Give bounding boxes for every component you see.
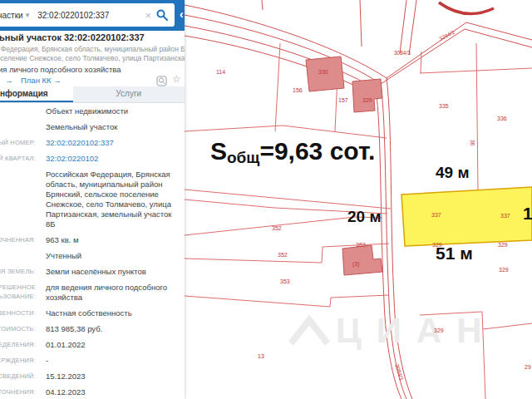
info-label: Дата определения: (0, 340, 36, 350)
info-value: 813 985,38 руб. (36, 324, 175, 334)
info-row: Объект недвижимости (0, 106, 185, 116)
search-input[interactable]: 32:02:0220102:337 (37, 11, 145, 20)
info-row: Дата изменения сведений:15.12.2023 (0, 372, 185, 382)
info-value: Учтенный (36, 251, 175, 261)
info-value: 04.12.2023 (36, 387, 175, 397)
zoom-to-object-icon[interactable] (156, 76, 168, 86)
info-value: Российская Федерация, Брянская область, … (36, 170, 175, 229)
info-row: Земельный участок (0, 122, 185, 132)
info-label (0, 170, 36, 229)
info-row: Кадастровый номер:32:02:0220102:337 (0, 138, 185, 148)
info-value: Объект недвижимости (36, 106, 175, 116)
info-row: Разрешенное использование:для ведения ли… (0, 283, 185, 303)
info-value: - (36, 356, 175, 366)
info-row: Дата определения:01.01.2022 (0, 340, 185, 350)
search-box[interactable]: Участки ▾ 32:02:0220102:337 × (0, 3, 175, 27)
summary-line: сельское поселение Снежское, село Толмач… (0, 54, 185, 63)
parcel-title: Земельный участок 32:02:0220102:337 (0, 32, 185, 42)
info-value: 963 кв. м (36, 235, 175, 245)
info-label: Дата уточнения: (0, 387, 36, 397)
info-row: Российская Федерация, Брянская область, … (0, 170, 185, 229)
prev-link-arrow[interactable]: → (5, 76, 13, 85)
info-value-link[interactable]: 32:02:0220102:337 (36, 138, 175, 148)
info-label (0, 122, 36, 132)
cadastral-map[interactable]: ЦИАН (185, 0, 532, 399)
buildings (306, 57, 382, 275)
info-label: Кадастровый квартал: (0, 154, 36, 164)
watermark-logo: ЦИАН (291, 311, 497, 350)
info-label: Категория земель: (0, 267, 36, 277)
search-header: Участки ▾ 32:02:0220102:337 × ‹ (0, 0, 185, 31)
watermark-text: ЦИАН (336, 311, 497, 350)
collapse-panel-icon[interactable]: ‹ (180, 8, 184, 20)
info-row: Дата утверждения:- (0, 356, 185, 366)
info-label: Кадастровая стоимость: (0, 324, 36, 334)
watermark-house-icon (291, 320, 328, 343)
info-label: Кадастровый номер: (0, 138, 36, 148)
info-value: Земли населённых пунктов (36, 267, 175, 277)
info-panel: Участки ▾ 32:02:0220102:337 × ‹ Земельны… (0, 0, 185, 399)
chevron-down-icon[interactable]: ▾ (26, 11, 30, 19)
info-rows: Объект недвижимостиЗемельный участокКада… (0, 106, 185, 399)
favorite-star-icon[interactable]: ☆ (172, 73, 181, 85)
info-row: Кадастровый квартал:32:02:0220102 (0, 154, 185, 164)
info-label: Площадь уточненная: (0, 235, 36, 245)
search-icon[interactable] (156, 9, 168, 21)
info-value: 15.12.2023 (36, 372, 175, 382)
tab-information[interactable]: Информация (0, 86, 73, 102)
summary-line: Российская Федерация, Брянская область, … (0, 45, 185, 54)
links-row: → План КК → ☆ (0, 76, 185, 87)
info-row: Дата уточнения:04.12.2023 (0, 387, 185, 397)
info-row: Учтенный (0, 251, 185, 261)
info-value: Частная собственность (36, 308, 175, 318)
screen: ЦИАН 1141563301573293084/33294/233533636… (0, 0, 532, 399)
info-row: Категория земель:Земли населённых пункто… (0, 267, 185, 277)
plan-kk-link[interactable]: План КК → (21, 76, 62, 85)
info-label (0, 106, 36, 116)
info-label: Разрешенное использование: (0, 283, 36, 303)
info-row: Кадастровая стоимость:813 985,38 руб. (0, 324, 185, 334)
info-label: Форма собственности: (0, 308, 36, 318)
info-label: Дата изменения сведений: (0, 372, 36, 382)
tab-services[interactable]: Услуги (73, 86, 185, 102)
parcel-summary: Российская Федерация, Брянская область, … (0, 45, 185, 63)
info-value: 01.01.2022 (36, 340, 175, 350)
building-353 (342, 245, 382, 275)
clear-icon[interactable]: × (145, 10, 151, 21)
info-value: для ведения личного подсобного хозяйства (36, 283, 175, 303)
info-label: Дата утверждения: (0, 356, 36, 366)
info-value: Земельный участок (36, 122, 175, 132)
selected-parcel-337[interactable] (401, 187, 532, 246)
tab-bar: Информация Услуги (0, 86, 185, 103)
thick-road-edge (439, 2, 494, 14)
search-category-select[interactable]: Участки (0, 11, 23, 20)
map-svg: ЦИАН (185, 0, 532, 399)
building-330 (306, 57, 344, 91)
info-label (0, 251, 36, 261)
usage-type: для ведения личного подсобного хозяйства (0, 65, 185, 74)
info-value-link[interactable]: 32:02:0220102 (36, 154, 175, 164)
info-row: Площадь уточненная:963 кв. м (0, 235, 185, 245)
info-row: Форма собственности:Частная собственност… (0, 308, 185, 318)
